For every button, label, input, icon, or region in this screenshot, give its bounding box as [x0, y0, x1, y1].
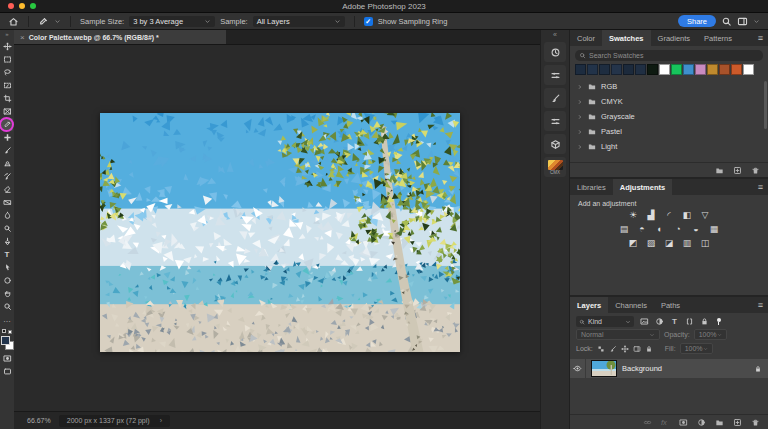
- scrollbar[interactable]: [764, 81, 767, 129]
- brightness-contrast-adjustment-icon[interactable]: ☀: [627, 210, 640, 221]
- brushes-panel-icon[interactable]: [544, 111, 566, 131]
- swatch-search-box[interactable]: [575, 50, 763, 61]
- foreground-background-swatches[interactable]: [1, 336, 14, 350]
- close-tab-icon[interactable]: ×: [20, 33, 25, 42]
- panel-menu-icon[interactable]: ≡: [758, 34, 763, 43]
- color-themes-panel-icon[interactable]: CMX: [544, 157, 566, 177]
- eraser-tool[interactable]: [1, 183, 13, 196]
- panel-menu-icon[interactable]: ≡: [758, 183, 763, 192]
- layers-tab-channels[interactable]: Channels: [608, 297, 654, 313]
- layer-visibility-eye-icon[interactable]: [570, 359, 586, 378]
- vibrance-adjustment-icon[interactable]: ▽: [699, 210, 712, 221]
- sample-size-dropdown[interactable]: 3 by 3 Average: [129, 16, 215, 27]
- toolbar-expand-icon[interactable]: »: [5, 31, 8, 38]
- delete-swatch-icon[interactable]: [751, 166, 760, 175]
- hand-tool[interactable]: [1, 287, 13, 300]
- levels-adjustment-icon[interactable]: ▟: [645, 210, 658, 221]
- swatch-group-cmyk[interactable]: CMYK: [570, 94, 768, 109]
- delete-layer-icon[interactable]: [751, 418, 760, 427]
- swatch-12[interactable]: [719, 64, 730, 75]
- show-sampling-ring-checkbox[interactable]: ✓: [364, 17, 373, 26]
- swatch-14[interactable]: [743, 64, 754, 75]
- swatches-tab-gradients[interactable]: Gradients: [651, 30, 698, 46]
- maximize-window-button[interactable]: [30, 3, 36, 9]
- document-info[interactable]: 2000 px x 1337 px (72 ppi) ›: [59, 415, 170, 427]
- color-balance-adjustment-icon[interactable]: ◓: [636, 224, 649, 235]
- swatch-6[interactable]: [647, 64, 658, 75]
- lasso-tool[interactable]: [1, 66, 13, 79]
- filter-adjustment-layers-icon[interactable]: [655, 317, 664, 326]
- black-white-adjustment-icon[interactable]: ◐: [654, 224, 667, 235]
- pen-tool[interactable]: [1, 235, 13, 248]
- shape-tool[interactable]: [1, 274, 13, 287]
- gradient-tool[interactable]: [1, 196, 13, 209]
- color-lookup-adjustment-icon[interactable]: ▦: [708, 224, 721, 235]
- default-colors-icon[interactable]: [2, 329, 12, 334]
- new-adjustment-layer-icon[interactable]: [697, 418, 706, 427]
- path-selection-tool[interactable]: [1, 261, 13, 274]
- blur-tool[interactable]: [1, 209, 13, 222]
- chevron-right-icon[interactable]: [577, 84, 583, 90]
- swatch-13[interactable]: [731, 64, 742, 75]
- share-button[interactable]: Share: [678, 15, 716, 27]
- layer-style-fx-icon[interactable]: fx: [661, 418, 670, 427]
- filter-pixel-layers-icon[interactable]: [640, 317, 649, 326]
- canvas-image[interactable]: [100, 113, 460, 352]
- swatch-1[interactable]: [587, 64, 598, 75]
- workspace-switcher-icon[interactable]: [737, 16, 748, 27]
- brush-tool[interactable]: [1, 144, 13, 157]
- blend-mode-dropdown[interactable]: Normal: [576, 329, 660, 340]
- swatch-group-rgb[interactable]: RGB: [570, 79, 768, 94]
- layers-tab-paths[interactable]: Paths: [654, 297, 687, 313]
- swatch-4[interactable]: [623, 64, 634, 75]
- type-tool[interactable]: T: [1, 248, 13, 261]
- selective-color-adjustment-icon[interactable]: ◫: [699, 238, 712, 249]
- history-brush-tool[interactable]: [1, 170, 13, 183]
- chevron-right-icon[interactable]: [577, 114, 583, 120]
- link-layers-icon[interactable]: [643, 418, 652, 427]
- edit-toolbar-ellipsis-icon[interactable]: …: [1, 313, 13, 326]
- add-layer-mask-icon[interactable]: [679, 418, 688, 427]
- panel-menu-icon[interactable]: ≡: [758, 301, 763, 310]
- posterize-adjustment-icon[interactable]: ▨: [645, 238, 658, 249]
- swatch-11[interactable]: [707, 64, 718, 75]
- swatch-2[interactable]: [599, 64, 610, 75]
- new-swatch-icon[interactable]: [733, 166, 742, 175]
- chevron-right-icon[interactable]: [577, 144, 583, 150]
- 3d-panel-icon[interactable]: [544, 134, 566, 154]
- tool-preset-chevron-icon[interactable]: [54, 18, 61, 25]
- lock-transparency-icon[interactable]: [597, 345, 605, 353]
- dodge-tool[interactable]: [1, 222, 13, 235]
- channel-mixer-adjustment-icon[interactable]: ◒: [690, 224, 703, 235]
- frame-tool[interactable]: [1, 105, 13, 118]
- swatch-5[interactable]: [635, 64, 646, 75]
- filter-toggle-pin-icon[interactable]: [716, 318, 721, 325]
- properties-panel-icon[interactable]: [544, 65, 566, 85]
- document-tab[interactable]: × Color Palette.webp @ 66.7% (RGB/8#) *: [14, 30, 226, 44]
- invert-adjustment-icon[interactable]: ◩: [627, 238, 640, 249]
- quick-mask-mode-icon[interactable]: [1, 352, 13, 365]
- adjustments-tab-adjustments[interactable]: Adjustments: [613, 179, 672, 195]
- adjustments-tab-libraries[interactable]: Libraries: [570, 179, 613, 195]
- filter-smart-objects-icon[interactable]: [700, 317, 709, 326]
- zoom-level[interactable]: 66.67%: [27, 417, 51, 424]
- brush-settings-panel-icon[interactable]: [544, 88, 566, 108]
- hue-saturation-adjustment-icon[interactable]: ▤: [618, 224, 631, 235]
- workspace-chevron-icon[interactable]: [753, 18, 760, 25]
- layers-tab-layers[interactable]: Layers: [570, 297, 608, 313]
- swatch-group-pastel[interactable]: Pastel: [570, 124, 768, 139]
- sample-dropdown[interactable]: All Layers: [253, 16, 345, 27]
- healing-brush-tool[interactable]: [1, 131, 13, 144]
- swatch-7[interactable]: [659, 64, 670, 75]
- swatches-tab-color[interactable]: Color: [570, 30, 602, 46]
- swatch-search-input[interactable]: [589, 52, 759, 59]
- swatch-9[interactable]: [683, 64, 694, 75]
- lock-position-icon[interactable]: [621, 345, 629, 353]
- fill-dropdown[interactable]: 100%: [680, 343, 713, 354]
- swatch-group-light[interactable]: Light: [570, 139, 768, 154]
- crop-tool[interactable]: [1, 92, 13, 105]
- layer-lock-icon[interactable]: [754, 365, 762, 373]
- status-chevron-icon[interactable]: ›: [160, 417, 162, 424]
- chevron-right-icon[interactable]: [577, 99, 583, 105]
- object-selection-tool[interactable]: [1, 79, 13, 92]
